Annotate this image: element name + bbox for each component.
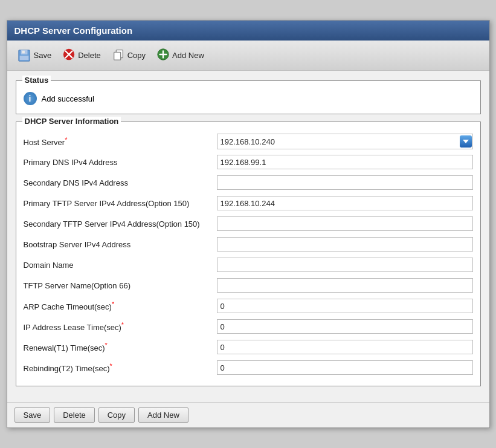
label-renewal-t1: Renewal(T1) Time(sec)* [24, 342, 217, 352]
copy-label: Copy [127, 51, 146, 60]
svg-rect-3 [19, 56, 28, 60]
tftp-servername-wrap [217, 278, 473, 293]
bootstrap-server-input[interactable] [217, 237, 473, 252]
label-secondary-dns: Secondary DNS IPv4 Address [24, 178, 217, 187]
bottom-copy-button[interactable]: Copy [98, 407, 135, 423]
page-title: DHCP Server Configuration [14, 25, 133, 36]
content-area: Status i Add successful DHCP Server Info… [7, 71, 489, 402]
status-legend: Status [22, 76, 51, 85]
save-icon [17, 48, 31, 63]
field-host-server: Host Server* 192.168.10.240 [24, 133, 473, 150]
status-content: i Add successful [24, 89, 473, 108]
status-message: Add successful [42, 94, 94, 103]
field-rebinding-t2: Rebinding(T2) Time(sec)* [24, 359, 473, 376]
delete-icon [62, 48, 76, 63]
addnew-label: Add New [172, 51, 204, 60]
domain-name-wrap [217, 258, 473, 272]
bottom-addnew-button[interactable]: Add New [138, 407, 188, 423]
field-secondary-dns: Secondary DNS IPv4 Address [24, 174, 473, 191]
arp-cache-timeout-wrap [217, 299, 473, 313]
label-rebinding-t2: Rebinding(T2) Time(sec)* [24, 362, 217, 373]
host-server-select[interactable]: 192.168.10.240 [217, 134, 473, 149]
primary-tftp-wrap [217, 196, 473, 210]
bottom-save-button[interactable]: Save [14, 407, 51, 423]
rebinding-t2-wrap [217, 360, 473, 375]
label-primary-tftp: Primary TFTP Server IPv4 Address(Option … [24, 199, 217, 208]
label-secondary-tftp: Secondary TFTP Server IPv4 Address(Optio… [24, 219, 217, 229]
bottom-delete-button[interactable]: Delete [54, 407, 95, 423]
ip-lease-time-wrap [217, 319, 473, 334]
save-button[interactable]: Save [13, 46, 56, 65]
delete-button[interactable]: Delete [59, 45, 105, 65]
field-renewal-t1: Renewal(T1) Time(sec)* [24, 339, 473, 355]
svg-rect-8 [114, 52, 120, 60]
toolbar: Save Delete Copy [7, 41, 489, 71]
field-domain-name: Domain Name [24, 256, 473, 273]
tftp-servername-input[interactable] [217, 278, 473, 293]
rebinding-t2-input[interactable] [217, 360, 473, 375]
dhcp-legend: DHCP Server Information [22, 117, 121, 126]
copy-button[interactable]: Copy [108, 45, 149, 65]
renewal-t1-input[interactable] [217, 340, 473, 354]
secondary-dns-input[interactable] [217, 175, 473, 190]
host-server-select-wrap: 192.168.10.240 [217, 134, 473, 149]
bottom-toolbar: Save Delete Copy Add New [7, 402, 489, 427]
secondary-tftp-input[interactable] [217, 216, 473, 231]
save-label: Save [34, 51, 52, 60]
title-bar: DHCP Server Configuration [7, 21, 489, 41]
delete-label: Delete [78, 51, 101, 60]
info-icon: i [24, 92, 37, 105]
field-primary-tftp: Primary TFTP Server IPv4 Address(Option … [24, 195, 473, 212]
addnew-button[interactable]: Add New [153, 45, 208, 65]
main-window: DHCP Server Configuration Save [7, 20, 490, 428]
primary-dns-input[interactable] [217, 155, 473, 169]
primary-tftp-input[interactable] [217, 196, 473, 210]
renewal-t1-wrap [217, 340, 473, 354]
status-section: Status i Add successful [16, 80, 481, 114]
field-tftp-servername: TFTP Server Name(Option 66) [24, 277, 473, 294]
field-primary-dns: Primary DNS IPv4 Address [24, 154, 473, 170]
svg-rect-2 [22, 50, 25, 53]
label-bootstrap-server: Bootstrap Server IPv4 Address [24, 240, 217, 249]
label-arp-cache-timeout: ARP Cache Timeout(sec)* [24, 300, 217, 311]
dhcp-section: DHCP Server Information Host Server* 192… [16, 122, 481, 386]
bootstrap-server-wrap [217, 237, 473, 252]
ip-lease-time-input[interactable] [217, 319, 473, 334]
secondary-dns-wrap [217, 175, 473, 190]
domain-name-input[interactable] [217, 258, 473, 272]
label-ip-lease-time: IP Address Lease Time(sec)* [24, 321, 217, 332]
field-secondary-tftp: Secondary TFTP Server IPv4 Address(Optio… [24, 215, 473, 232]
primary-dns-wrap [217, 155, 473, 169]
label-host-server: Host Server* [24, 136, 217, 147]
label-tftp-servername: TFTP Server Name(Option 66) [24, 281, 217, 290]
secondary-tftp-wrap [217, 216, 473, 231]
addnew-icon [156, 48, 170, 63]
arp-cache-timeout-input[interactable] [217, 299, 473, 313]
field-arp-cache-timeout: ARP Cache Timeout(sec)* [24, 297, 473, 314]
label-domain-name: Domain Name [24, 261, 217, 270]
field-ip-lease-time: IP Address Lease Time(sec)* [24, 318, 473, 335]
label-primary-dns: Primary DNS IPv4 Address [24, 158, 217, 167]
field-bootstrap-server: Bootstrap Server IPv4 Address [24, 236, 473, 253]
copy-icon [112, 48, 125, 63]
